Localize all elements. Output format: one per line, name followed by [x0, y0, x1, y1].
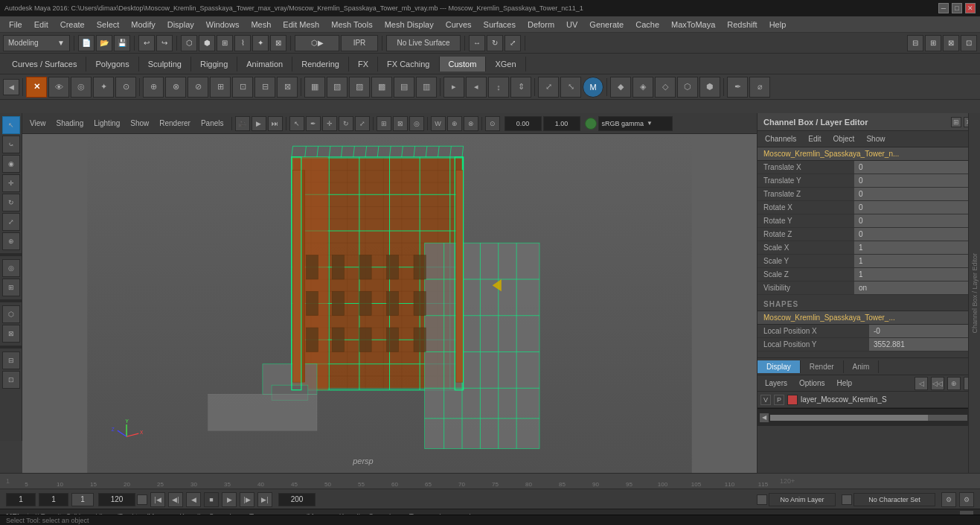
step-fwd-btn[interactable]: |▶	[240, 492, 254, 507]
undo-btn[interactable]: ↩	[138, 35, 155, 51]
play-fwd-btn[interactable]: ▶	[222, 492, 237, 507]
vertex-btn[interactable]: ◆	[610, 77, 631, 98]
tab-polygons[interactable]: Polygons	[86, 57, 138, 71]
move-tool-btn[interactable]: ↔	[469, 35, 485, 51]
transform-3-btn[interactable]: ⊘	[188, 77, 208, 98]
paint-btn[interactable]: ✒	[727, 77, 748, 98]
snap-to-grid-btn[interactable]: ⊞	[217, 35, 233, 51]
render-btn[interactable]: ⬡▶	[295, 35, 339, 51]
goto-start-btn[interactable]: |◀	[150, 492, 165, 507]
tool-12-btn[interactable]: ▤	[394, 77, 414, 98]
menu-surfaces[interactable]: Surfaces	[478, 19, 522, 31]
play-back-btn[interactable]: ◀	[186, 492, 201, 507]
select-tool-btn[interactable]: ↖	[2, 116, 20, 134]
view-menu-lighting[interactable]: Lighting	[89, 118, 124, 129]
scale-y-value[interactable]: 1	[854, 255, 980, 267]
menu-mesh-display[interactable]: Mesh Display	[379, 19, 440, 31]
tool-18-btn[interactable]: ⤢	[538, 77, 559, 98]
maximize-button[interactable]: □	[952, 3, 962, 13]
display-mode-1-btn[interactable]: ⊟	[907, 35, 923, 51]
open-file-btn[interactable]: 📂	[96, 35, 112, 51]
select-by-component-btn[interactable]: ⬢	[199, 35, 215, 51]
scale-tool-left-btn[interactable]: ⤢	[2, 213, 20, 231]
transform-7-btn[interactable]: ⊠	[277, 77, 298, 98]
lasso-tool-btn[interactable]: ⤿	[2, 136, 20, 153]
tool-13-btn[interactable]: ▥	[416, 77, 437, 98]
vp-transform-btn[interactable]: ⊗	[464, 116, 478, 131]
layers-scroll-left-btn[interactable]: ◀	[759, 413, 769, 423]
camera-icon-btn[interactable]: 👁	[48, 77, 69, 98]
panel-float-btn[interactable]: ⊞	[951, 117, 961, 127]
tool-10-btn[interactable]: ▨	[349, 77, 370, 98]
display-faces-btn[interactable]: ⊡	[2, 371, 20, 389]
x-button[interactable]: ✕	[26, 77, 47, 98]
layers-menu-btn[interactable]: Layers	[760, 378, 792, 388]
vp-rotate-btn[interactable]: ↻	[339, 116, 353, 131]
collapse-btn[interactable]: ◀	[3, 79, 19, 95]
display-mode-4-btn[interactable]: ⊡	[961, 35, 977, 51]
tool-8-btn[interactable]: ▦	[304, 77, 325, 98]
local-pos-y-value[interactable]: 3552.881	[869, 338, 980, 351]
menu-display[interactable]: Display	[161, 19, 200, 31]
scale-z-value[interactable]: 1	[854, 268, 980, 281]
highlight-btn[interactable]: ✦	[93, 77, 114, 98]
tool-15-btn[interactable]: ◂	[466, 77, 487, 98]
new-file-btn[interactable]: 📄	[78, 35, 95, 51]
menu-mesh[interactable]: Mesh	[245, 19, 277, 31]
edge-btn[interactable]: ◈	[632, 77, 653, 98]
create-poly-btn[interactable]: ⬡	[2, 305, 20, 323]
start-frame-field[interactable]: 1	[6, 493, 36, 506]
rotate-y-value[interactable]: 0	[854, 214, 980, 227]
vp-snap-point-btn[interactable]: ◎	[409, 116, 424, 131]
menu-select[interactable]: Select	[91, 19, 126, 31]
stop-btn[interactable]: ■	[204, 492, 219, 507]
uvshell-btn[interactable]: ⬡	[677, 77, 698, 98]
goto-end-btn[interactable]: ▶|	[257, 492, 272, 507]
transform-4-btn[interactable]: ⊞	[210, 77, 231, 98]
vp-snap-curve-btn[interactable]: ⊠	[393, 116, 408, 131]
attribute-editor-tab[interactable]: Channel Box / Layer Editor	[968, 113, 980, 473]
menu-create[interactable]: Create	[54, 19, 91, 31]
save-file-btn[interactable]: 💾	[114, 35, 130, 51]
layer-color-swatch[interactable]	[787, 395, 798, 405]
show-menu-btn[interactable]: Show	[862, 134, 889, 144]
select-by-hierarchy-btn[interactable]: ⬡	[181, 35, 197, 51]
tab-rigging[interactable]: Rigging	[191, 57, 237, 71]
tool-11-btn[interactable]: ▩	[371, 77, 392, 98]
layer-btn-2[interactable]: ◁◁	[931, 377, 944, 390]
tab-xgen[interactable]: XGen	[486, 57, 525, 71]
tab-sculpting[interactable]: Sculpting	[139, 57, 191, 71]
transform-1-btn[interactable]: ⊕	[143, 77, 164, 98]
anim-layer-checkbox[interactable]	[757, 494, 767, 505]
scale-tool-btn[interactable]: ⤢	[505, 35, 521, 51]
rotate-x-value[interactable]: 0	[854, 201, 980, 214]
display-mode-3-btn[interactable]: ⊠	[943, 35, 959, 51]
live-surface-btn[interactable]: No Live Surface	[386, 35, 461, 51]
menu-deform[interactable]: Deform	[522, 19, 560, 31]
end-frame-slider[interactable]	[137, 494, 147, 505]
view-menu-view[interactable]: View	[25, 118, 51, 129]
vp-world-space-btn[interactable]: W	[431, 116, 446, 131]
anim-layer-field[interactable]: No Anim Layer	[769, 493, 836, 506]
show-manipulator-btn[interactable]: ⊞	[2, 279, 20, 296]
playback-end-field[interactable]: 200	[278, 493, 316, 506]
end-frame-inner[interactable]: 120	[98, 493, 135, 506]
object-menu-btn[interactable]: Object	[829, 134, 859, 144]
tool-16-btn[interactable]: ↕	[488, 77, 509, 98]
char-set-field[interactable]: No Character Set	[854, 493, 935, 506]
tool-9-btn[interactable]: ▧	[327, 77, 348, 98]
vp-paint-btn[interactable]: ✒	[306, 116, 321, 131]
transform-5-btn[interactable]: ⊡	[232, 77, 253, 98]
transform-2-btn[interactable]: ⊗	[165, 77, 186, 98]
view-menu-renderer[interactable]: Renderer	[155, 118, 195, 129]
channels-menu-btn[interactable]: Channels	[760, 134, 801, 144]
display-mode-2-btn[interactable]: ⊞	[925, 35, 941, 51]
tab-fx-caching[interactable]: FX Caching	[378, 57, 439, 71]
menu-help[interactable]: Help	[763, 19, 792, 31]
anim-settings-btn[interactable]: ⚙	[941, 492, 956, 507]
menu-edit-mesh[interactable]: Edit Mesh	[277, 19, 325, 31]
rotate-tool-left-btn[interactable]: ↻	[2, 194, 20, 211]
rotate-tool-btn[interactable]: ↻	[487, 35, 503, 51]
smooth-btn[interactable]: ⌀	[749, 77, 770, 98]
menu-modify[interactable]: Modify	[125, 19, 161, 31]
